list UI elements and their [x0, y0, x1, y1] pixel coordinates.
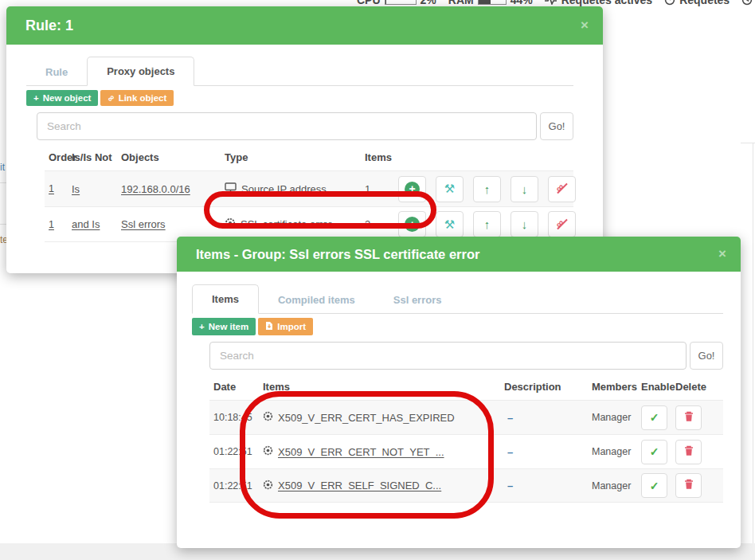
move-up-button[interactable]: ↑	[473, 176, 501, 202]
plus-circle-icon: +	[405, 217, 420, 232]
unlink-button[interactable]: ∞	[548, 176, 576, 202]
search-go-button[interactable]: Go!	[540, 112, 573, 140]
unlink-button[interactable]: ∞	[548, 211, 576, 237]
active-requests-label: Requêtes actives	[561, 0, 652, 6]
tab-proxy-objects[interactable]: Proxy objects	[87, 57, 194, 86]
rule-search-group: Go!	[37, 112, 573, 140]
import-button[interactable]: Import	[258, 318, 313, 335]
ram-label: RAM	[448, 0, 474, 6]
item-name[interactable]: X509_V_ERR_SELF_SIGNED_C...	[278, 480, 441, 491]
col-date: Date	[209, 381, 263, 393]
tools-icon: ⚒	[444, 217, 455, 232]
check-icon: ✓	[650, 411, 659, 424]
col-order: Order	[45, 151, 72, 163]
item-members: Manager	[592, 446, 641, 457]
clock-icon	[741, 0, 753, 6]
ram-meter	[478, 0, 507, 5]
items-modal-title: Items - Group: Ssl errors SSL certificat…	[196, 247, 718, 262]
enable-button[interactable]: ✓	[641, 440, 667, 464]
type-label: Source IP address	[241, 183, 327, 195]
cpu-meter	[385, 0, 417, 5]
certificate-icon	[263, 480, 273, 492]
items-modal-tabs: Items Compiled items Ssl errors	[192, 284, 723, 314]
items-search-group: Go!	[209, 342, 723, 370]
item-name[interactable]: X509_V_ERR_CERT_HAS_EXPIRED	[278, 412, 455, 424]
cpu-label: CPU	[357, 0, 381, 6]
rule-modal-header: Rule: 1 ×	[6, 6, 603, 45]
new-object-button[interactable]: + New object	[26, 90, 98, 106]
rule-modal-title: Rule: 1	[25, 18, 581, 34]
col-items: Items	[263, 381, 504, 393]
arrow-up-icon: ↑	[484, 182, 491, 196]
tab-compiled-items[interactable]: Compiled items	[259, 286, 374, 314]
unlink-icon: ∞	[555, 182, 569, 195]
items-modal: Items - Group: Ssl errors SSL certificat…	[177, 237, 741, 548]
item-members: Manager	[592, 412, 641, 423]
cpu-indicator: CPU 2%	[357, 0, 436, 6]
move-down-button[interactable]: ↓	[511, 176, 538, 202]
requests-link[interactable]: Requêtes	[664, 0, 730, 6]
active-requests-link[interactable]: Requêtes actives	[545, 0, 652, 6]
add-item-button[interactable]: +	[398, 211, 426, 237]
item-description: –	[504, 480, 592, 491]
move-down-button[interactable]: ↓	[511, 211, 538, 237]
cpu-value: 2%	[421, 0, 436, 6]
add-item-button[interactable]: +	[398, 176, 426, 202]
items-modal-body: Items Compiled items Ssl errors + New it…	[177, 272, 741, 503]
enable-button[interactable]: ✓	[641, 405, 667, 430]
rule-modal-body: Rule Proxy objects + New object ∞ Link o…	[6, 45, 603, 242]
delete-button[interactable]	[675, 473, 702, 498]
tab-items[interactable]: Items	[192, 284, 259, 314]
object-link[interactable]: Ssl errors	[121, 218, 166, 230]
col-is: Is/Is Not	[72, 151, 121, 163]
col-members: Members	[592, 381, 641, 393]
tools-button[interactable]: ⚒	[436, 176, 464, 202]
close-icon[interactable]: ×	[718, 246, 726, 262]
search-input[interactable]	[209, 342, 687, 370]
unlink-icon: ∞	[555, 218, 569, 231]
item-members: Manager	[592, 480, 641, 491]
background-divider	[753, 143, 753, 543]
item-name[interactable]: X509_V_ERR_CERT_NOT_YET_...	[278, 446, 444, 458]
col-description: Description	[504, 381, 592, 393]
tab-ssl-errors[interactable]: Ssl errors	[374, 286, 461, 314]
close-icon[interactable]: ×	[581, 18, 589, 33]
item-date: 10:18:45	[209, 412, 263, 423]
clock-indicator[interactable]: 12:	[741, 0, 755, 6]
table-header-row: Date Items Description Members Enable De…	[209, 370, 723, 400]
certificate-icon	[263, 445, 273, 458]
item-description: –	[504, 446, 592, 458]
item-description: –	[504, 412, 592, 424]
activity-icon	[545, 0, 557, 5]
arrow-up-icon: ↑	[484, 217, 491, 231]
col-delete: Delete	[675, 381, 710, 393]
rule-modal-actions: + New object ∞ Link object	[26, 90, 573, 106]
trash-icon	[684, 479, 694, 492]
item-date: 01:22:51	[209, 480, 263, 491]
new-item-button[interactable]: + New item	[192, 318, 256, 335]
col-enable: Enable	[641, 381, 675, 393]
tab-rule[interactable]: Rule	[26, 58, 87, 86]
trash-icon	[684, 411, 694, 425]
delete-button[interactable]	[675, 440, 702, 464]
link-object-button[interactable]: ∞ Link object	[100, 90, 174, 106]
rule-modal-tabs: Rule Proxy objects	[26, 56, 573, 86]
order-link[interactable]: 1	[49, 183, 54, 194]
is-link[interactable]: Is	[72, 183, 80, 195]
col-items: Items	[365, 151, 398, 163]
check-icon: ✓	[650, 445, 659, 458]
enable-button[interactable]: ✓	[641, 473, 667, 498]
search-input[interactable]	[37, 112, 537, 140]
items-count: 1	[365, 183, 398, 195]
move-up-button[interactable]: ↑	[473, 211, 501, 237]
delete-button[interactable]	[675, 405, 702, 430]
is-link[interactable]: and Is	[72, 218, 100, 230]
order-link[interactable]: 1	[49, 219, 54, 230]
tools-button[interactable]: ⚒	[436, 211, 464, 237]
search-go-button[interactable]: Go!	[690, 342, 723, 370]
items-modal-actions: + New item Import	[192, 318, 723, 335]
object-link[interactable]: 192.168.0.0/16	[121, 183, 190, 195]
table-row: 01:22:51 X509_V_ERR_CERT_NOT_YET_... – M…	[209, 434, 723, 468]
plus-icon: +	[33, 93, 39, 103]
check-icon: ✓	[650, 480, 659, 492]
